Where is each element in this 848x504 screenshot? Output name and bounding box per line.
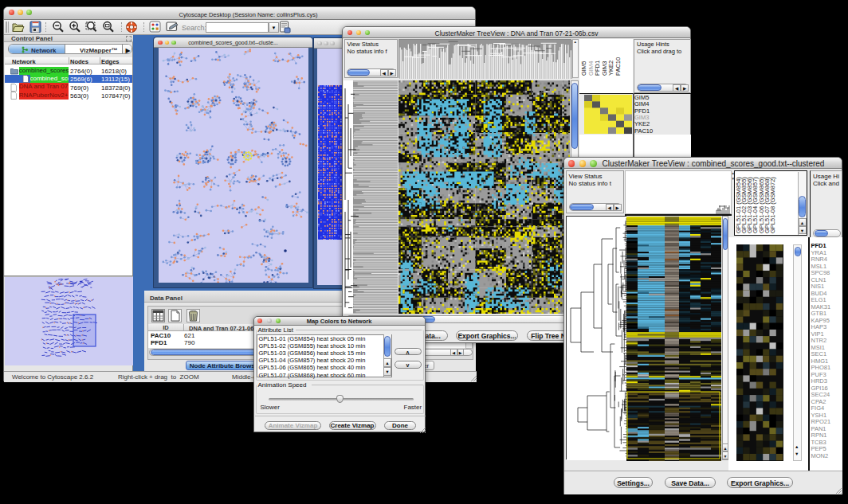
svg-text:PAC10: PAC10 [614,57,622,76]
svg-text:GPL51-08 (GSM872): GPL51-08 (GSM872) [769,177,776,233]
